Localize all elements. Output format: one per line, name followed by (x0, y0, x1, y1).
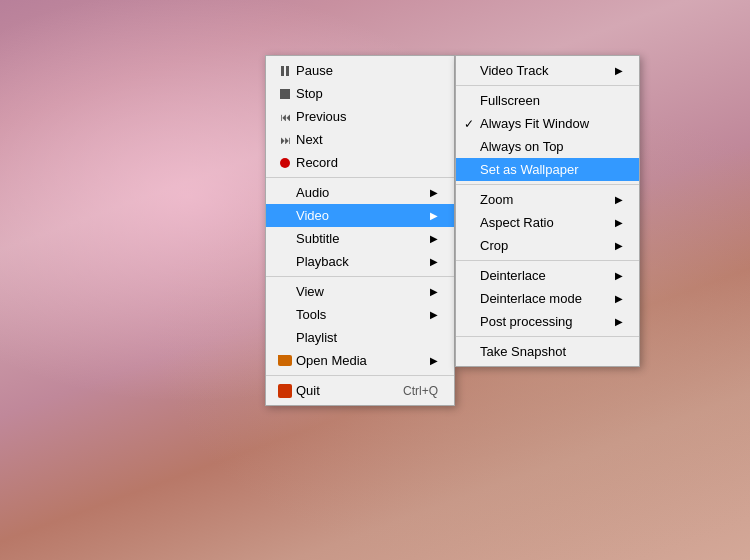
submenu-item-videotrack[interactable]: Video Track ▶ (456, 59, 639, 82)
menu-label-openmedia: Open Media (296, 353, 422, 368)
menu-label-video: Video (296, 208, 422, 223)
check-videotrack (464, 64, 480, 78)
menu-label-quit: Quit (296, 383, 383, 398)
submenu-item-fullscreen[interactable]: Fullscreen (456, 89, 639, 112)
separator-1 (266, 177, 454, 178)
arrow-icon-video: ▶ (430, 210, 438, 221)
quit-shortcut: Ctrl+Q (403, 384, 438, 398)
record-icon (274, 158, 296, 168)
check-crop (464, 239, 480, 253)
menu-item-openmedia[interactable]: Open Media ▶ (266, 349, 454, 372)
submenu-sep-3 (456, 260, 639, 261)
arrow-icon-crop: ▶ (615, 240, 623, 251)
check-deinterlace (464, 269, 480, 283)
check-alwaysontop (464, 140, 480, 154)
menu-label-previous: Previous (296, 109, 438, 124)
menu-item-playlist[interactable]: Playlist (266, 326, 454, 349)
submenu-label-snapshot: Take Snapshot (480, 344, 623, 359)
submenu-label-crop: Crop (480, 238, 607, 253)
submenu-sep-1 (456, 85, 639, 86)
arrow-icon-zoom: ▶ (615, 194, 623, 205)
menu-item-subtitle[interactable]: Subtitle ▶ (266, 227, 454, 250)
menu-item-video[interactable]: Video ▶ (266, 204, 454, 227)
menu-item-quit[interactable]: Quit Ctrl+Q (266, 379, 454, 402)
menu-label-playlist: Playlist (296, 330, 438, 345)
submenu-item-deinterlacemode[interactable]: Deinterlace mode ▶ (456, 287, 639, 310)
submenu-label-fullscreen: Fullscreen (480, 93, 623, 108)
menu-label-playback: Playback (296, 254, 422, 269)
check-postprocessing (464, 315, 480, 329)
submenu-label-deinterlace: Deinterlace (480, 268, 607, 283)
quit-icon (274, 384, 296, 398)
menu-label-audio: Audio (296, 185, 422, 200)
arrow-icon-deinterlacemode: ▶ (615, 293, 623, 304)
submenu-item-aspectratio[interactable]: Aspect Ratio ▶ (456, 211, 639, 234)
separator-2 (266, 276, 454, 277)
submenu-sep-4 (456, 336, 639, 337)
submenu-item-crop[interactable]: Crop ▶ (456, 234, 639, 257)
pause-icon (274, 66, 296, 76)
submenu-item-zoom[interactable]: Zoom ▶ (456, 188, 639, 211)
arrow-icon-deinterlace: ▶ (615, 270, 623, 281)
check-fullscreen (464, 94, 480, 108)
menu-label-stop: Stop (296, 86, 438, 101)
submenu-label-alwaysontop: Always on Top (480, 139, 623, 154)
arrow-icon-playback: ▶ (430, 256, 438, 267)
arrow-icon-aspectratio: ▶ (615, 217, 623, 228)
check-snapshot (464, 345, 480, 359)
submenu-label-zoom: Zoom (480, 192, 607, 207)
submenu-label-wallpaper: Set as Wallpaper (480, 162, 623, 177)
submenu-item-wallpaper[interactable]: Set as Wallpaper (456, 158, 639, 181)
menu-item-stop[interactable]: Stop (266, 82, 454, 105)
submenu-label-videotrack: Video Track (480, 63, 607, 78)
check-alwaysfit: ✓ (464, 117, 480, 131)
menu-item-audio[interactable]: Audio ▶ (266, 181, 454, 204)
arrow-icon-view: ▶ (430, 286, 438, 297)
submenu-label-postprocessing: Post processing (480, 314, 607, 329)
submenu-item-deinterlace[interactable]: Deinterlace ▶ (456, 264, 639, 287)
folder-icon (274, 355, 296, 366)
menu-item-playback[interactable]: Playback ▶ (266, 250, 454, 273)
next-icon: ⏭ (274, 134, 296, 146)
menu-label-next: Next (296, 132, 438, 147)
check-deinterlacemode (464, 292, 480, 306)
menu-item-pause[interactable]: Pause (266, 59, 454, 82)
menu-label-view: View (296, 284, 422, 299)
arrow-icon-videotrack: ▶ (615, 65, 623, 76)
arrow-icon-openmedia: ▶ (430, 355, 438, 366)
submenu-item-alwaysontop[interactable]: Always on Top (456, 135, 639, 158)
separator-3 (266, 375, 454, 376)
submenu-item-snapshot[interactable]: Take Snapshot (456, 340, 639, 363)
arrow-icon-tools: ▶ (430, 309, 438, 320)
menu-item-next[interactable]: ⏭ Next (266, 128, 454, 151)
context-menu: Pause Stop ⏮ Previous ⏭ Next Record Audi… (265, 55, 455, 406)
check-aspectratio (464, 216, 480, 230)
arrow-icon-audio: ▶ (430, 187, 438, 198)
submenu-item-postprocessing[interactable]: Post processing ▶ (456, 310, 639, 333)
submenu-label-alwaysfit: Always Fit Window (480, 116, 623, 131)
arrow-icon-postprocessing: ▶ (615, 316, 623, 327)
menu-item-previous[interactable]: ⏮ Previous (266, 105, 454, 128)
check-zoom (464, 193, 480, 207)
menu-item-tools[interactable]: Tools ▶ (266, 303, 454, 326)
submenu-label-aspectratio: Aspect Ratio (480, 215, 607, 230)
stop-icon (274, 89, 296, 99)
submenu-label-deinterlacemode: Deinterlace mode (480, 291, 607, 306)
menu-label-record: Record (296, 155, 438, 170)
menu-label-pause: Pause (296, 63, 438, 78)
arrow-icon-subtitle: ▶ (430, 233, 438, 244)
prev-icon: ⏮ (274, 111, 296, 123)
menu-item-record[interactable]: Record (266, 151, 454, 174)
menu-label-subtitle: Subtitle (296, 231, 422, 246)
submenu-sep-2 (456, 184, 639, 185)
video-submenu: Video Track ▶ Fullscreen ✓ Always Fit Wi… (455, 55, 640, 367)
check-wallpaper (464, 163, 480, 177)
menu-label-tools: Tools (296, 307, 422, 322)
submenu-item-alwaysfit[interactable]: ✓ Always Fit Window (456, 112, 639, 135)
menu-item-view[interactable]: View ▶ (266, 280, 454, 303)
